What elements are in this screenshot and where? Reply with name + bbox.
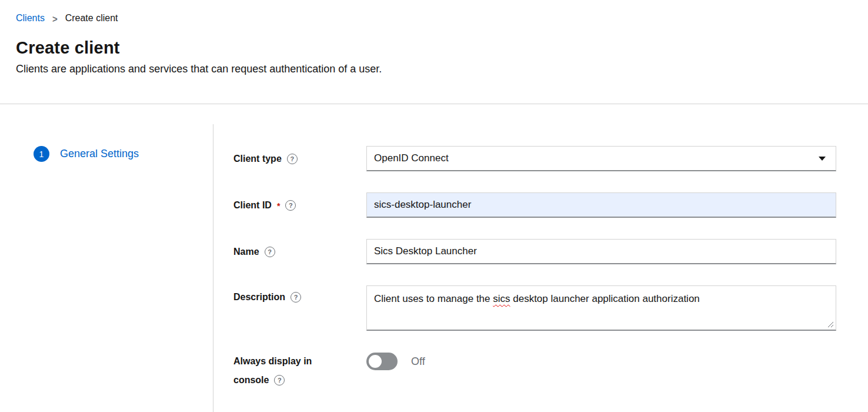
wizard-step-nav: 1 General Settings [0, 124, 213, 412]
wizard-content: 1 General Settings Client type ? OpenID … [0, 104, 868, 412]
client-id-label-group: Client ID * ? [233, 200, 366, 211]
page-subtitle: Clients are applications and services th… [16, 63, 852, 75]
always-display-label-group: Always display in console ? [233, 352, 366, 390]
description-label-group: Description ? [233, 285, 366, 303]
toggle-knob [369, 355, 382, 368]
page-title: Create client [16, 38, 852, 58]
wizard-step-general-settings[interactable]: 1 General Settings [34, 146, 213, 162]
help-icon[interactable]: ? [291, 292, 301, 303]
step-label: General Settings [60, 148, 139, 160]
description-text-after: desktop launcher application authorizati… [510, 293, 700, 304]
always-display-row: Always display in console ? Off [233, 352, 836, 390]
client-type-selected-value: OpenID Connect [374, 152, 449, 164]
required-asterisk: * [277, 200, 280, 211]
description-label: Description [233, 292, 285, 303]
client-type-label-group: Client type ? [233, 154, 366, 164]
always-display-label-line1: Always display in [233, 352, 312, 371]
client-type-row: Client type ? OpenID Connect [233, 146, 836, 171]
name-label-group: Name ? [233, 247, 366, 257]
create-client-page: Clients > Create client Create client Cl… [0, 0, 868, 412]
help-icon[interactable]: ? [287, 154, 298, 164]
client-type-label: Client type [233, 154, 282, 164]
chevron-right-icon: > [52, 13, 58, 24]
description-misspelled-word: sics [493, 293, 510, 304]
always-display-label-line2: console [233, 371, 269, 390]
breadcrumb: Clients > Create client [16, 13, 852, 24]
name-row: Name ? [233, 239, 836, 264]
client-id-label: Client ID [233, 200, 272, 211]
resize-handle-icon[interactable] [827, 321, 834, 328]
name-label: Name [233, 247, 259, 257]
client-type-select[interactable]: OpenID Connect [366, 146, 836, 171]
help-icon[interactable]: ? [265, 247, 275, 257]
breadcrumb-link-clients[interactable]: Clients [16, 13, 45, 24]
always-display-toggle[interactable] [366, 353, 398, 370]
description-row: Description ? Client uses to manage the … [233, 285, 836, 331]
client-id-input[interactable] [366, 192, 836, 218]
description-textarea[interactable]: Client uses to manage the sics desktop l… [366, 285, 836, 331]
general-settings-form: Client type ? OpenID Connect Client ID *… [213, 124, 868, 412]
help-icon[interactable]: ? [285, 200, 296, 211]
breadcrumb-current-page: Create client [65, 13, 118, 24]
toggle-state-label: Off [411, 355, 425, 368]
page-header: Clients > Create client Create client Cl… [0, 0, 868, 104]
name-input[interactable] [366, 239, 836, 264]
description-text-before: Client uses to manage the [374, 293, 493, 304]
step-number-badge: 1 [34, 146, 49, 162]
client-id-row: Client ID * ? [233, 192, 836, 218]
caret-down-icon [819, 157, 826, 161]
help-icon[interactable]: ? [274, 375, 285, 386]
